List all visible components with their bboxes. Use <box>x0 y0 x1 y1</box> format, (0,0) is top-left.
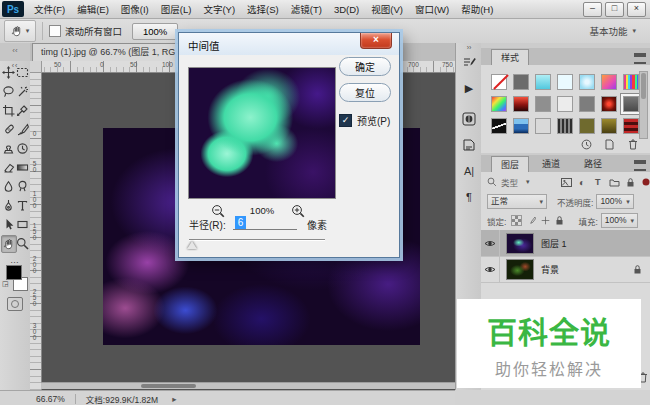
maximize-button[interactable]: □ <box>605 2 624 17</box>
style-swatch[interactable] <box>535 118 551 134</box>
radius-slider-track[interactable] <box>189 239 325 241</box>
ok-button[interactable]: 确定 <box>339 57 391 76</box>
menu-view[interactable]: 视图(V) <box>365 1 409 18</box>
clone-stamp-tool[interactable] <box>1 140 15 156</box>
filter-toggle-icon[interactable] <box>642 178 650 186</box>
style-swatch[interactable] <box>535 96 551 112</box>
style-swatch[interactable] <box>491 118 507 134</box>
style-swatch[interactable] <box>623 118 639 134</box>
status-options-arrow[interactable]: ▸ <box>172 394 176 404</box>
menu-filter[interactable]: 滤镜(T) <box>285 1 328 18</box>
toolbar-collapse-area[interactable]: ‹‹ <box>0 43 30 62</box>
style-swatch[interactable] <box>557 96 573 112</box>
layer1-thumbnail[interactable] <box>506 233 534 254</box>
styles-scrollbar[interactable] <box>639 71 648 139</box>
style-swatch[interactable] <box>557 74 573 90</box>
opacity-value[interactable]: 100% ▾ <box>596 194 633 209</box>
dodge-tool[interactable] <box>15 178 29 194</box>
menu-image[interactable]: 图像(I) <box>115 1 155 18</box>
style-swatch[interactable] <box>601 74 617 90</box>
shape-tool[interactable] <box>15 216 29 232</box>
tab-channels[interactable]: 通道 <box>533 156 569 172</box>
visibility-eye-icon[interactable] <box>481 230 500 256</box>
pen-tool[interactable] <box>1 197 15 213</box>
new-style-icon[interactable] <box>605 139 614 150</box>
zoom-tool[interactable] <box>15 235 29 251</box>
layer-filter-kind[interactable]: 类型 <box>501 176 518 188</box>
style-swatch[interactable] <box>513 118 529 134</box>
minimize-button[interactable]: – <box>583 2 602 17</box>
menu-file[interactable]: 文件(F) <box>28 1 71 18</box>
horizontal-scrollbar[interactable] <box>41 382 455 389</box>
style-swatch-none[interactable] <box>491 74 507 90</box>
delete-style-icon[interactable] <box>628 139 638 150</box>
layer-name[interactable]: 背景 <box>541 263 559 276</box>
healing-brush-tool[interactable] <box>1 121 15 137</box>
style-swatch[interactable] <box>579 118 595 134</box>
gradient-tool[interactable] <box>15 159 29 175</box>
tab-layers[interactable]: 图层 <box>491 156 529 173</box>
magic-wand-tool[interactable] <box>15 83 29 99</box>
blur-tool[interactable] <box>1 178 15 194</box>
style-swatch[interactable] <box>601 96 617 112</box>
eyedropper-tool[interactable] <box>15 102 29 118</box>
zoom-in-icon[interactable] <box>291 204 307 219</box>
fill-value[interactable]: 100% ▾ <box>601 213 638 228</box>
type-tool[interactable] <box>15 197 29 213</box>
style-history-icon[interactable] <box>581 139 592 150</box>
lock-transparency-icon[interactable] <box>511 215 522 226</box>
paragraph-panel-icon[interactable]: ¶ <box>459 187 479 206</box>
filter-shape-layers-icon[interactable] <box>609 178 620 187</box>
workspace-switcher[interactable]: 基本功能 ▾ <box>589 24 636 38</box>
swap-colors-icon[interactable]: ◲ <box>2 280 9 288</box>
style-swatch-selected[interactable] <box>623 96 639 112</box>
actions-panel-icon[interactable]: ▶ <box>459 79 479 98</box>
style-swatch[interactable] <box>557 118 573 134</box>
lock-position-icon[interactable] <box>541 216 550 225</box>
path-select-tool[interactable] <box>1 216 15 232</box>
close-button[interactable]: × <box>627 2 646 17</box>
style-swatch[interactable] <box>513 74 529 90</box>
style-swatch[interactable] <box>579 96 595 112</box>
status-zoom-level[interactable]: 66.67% <box>36 394 65 404</box>
menu-type[interactable]: 文字(Y) <box>197 1 241 18</box>
filter-preview-image[interactable] <box>188 67 336 199</box>
reset-button[interactable]: 复位 <box>339 83 391 102</box>
styles-panel-menu-icon[interactable] <box>634 53 646 64</box>
quick-mask-button[interactable] <box>7 297 23 311</box>
eraser-tool[interactable] <box>1 159 15 175</box>
scroll-all-windows-checkbox[interactable] <box>49 25 61 37</box>
layer-row-layer1[interactable]: 图层 1 <box>481 230 650 257</box>
style-swatch[interactable] <box>579 74 595 90</box>
blend-mode-select[interactable]: 正常 ▾ <box>487 194 547 209</box>
zoom-100-button[interactable]: 100% <box>132 23 178 40</box>
history-panel-icon[interactable] <box>459 53 479 72</box>
layer-row-background[interactable]: 背景 <box>481 256 650 283</box>
current-tool-button[interactable]: ▾ <box>4 20 36 42</box>
radius-input[interactable]: 6 <box>235 216 246 229</box>
adjustments-panel-icon[interactable] <box>459 109 479 128</box>
menu-edit[interactable]: 编辑(E) <box>71 1 115 18</box>
visibility-eye-icon[interactable] <box>481 256 500 282</box>
filter-smart-objects-icon[interactable] <box>626 177 635 188</box>
filter-adjustment-layers-icon[interactable]: ◐ <box>579 177 585 188</box>
style-swatch[interactable] <box>623 74 639 90</box>
dock-expand-button[interactable]: ›› <box>456 44 482 51</box>
foreground-color-swatch[interactable] <box>6 265 22 280</box>
layers-panel-menu-icon[interactable] <box>634 160 646 171</box>
menu-select[interactable]: 选择(S) <box>241 1 285 18</box>
document-tab[interactable]: timg (1).jpg @ 66.7% (图层 1, RG <box>32 43 184 61</box>
move-tool[interactable] <box>1 64 15 80</box>
layer-name[interactable]: 图层 1 <box>541 237 567 250</box>
tab-paths[interactable]: 路径 <box>575 156 611 172</box>
menu-window[interactable]: 窗口(W) <box>409 1 455 18</box>
dialog-close-button[interactable]: × <box>360 33 392 49</box>
style-swatch[interactable] <box>513 96 529 112</box>
clone-source-panel-icon[interactable] <box>459 135 479 154</box>
scrollbar-thumb[interactable] <box>141 384 196 388</box>
lock-all-icon[interactable] <box>555 215 564 226</box>
preview-checkbox[interactable]: ✓ <box>339 114 352 127</box>
radius-slider-thumb[interactable] <box>187 241 197 249</box>
background-thumbnail[interactable] <box>506 259 534 280</box>
character-panel-icon[interactable]: A| <box>459 161 479 180</box>
